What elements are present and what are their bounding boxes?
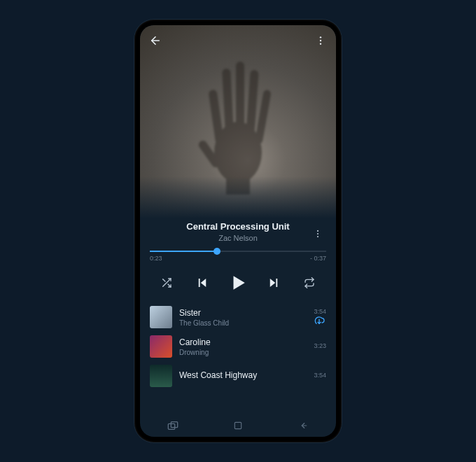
remaining-time: - 0:37 [310,255,326,262]
svg-point-3 [320,43,321,44]
svg-rect-22 [276,279,277,287]
repeat-button[interactable] [298,272,321,294]
album-art-image [186,41,290,195]
queue-item-duration: 3:54 [314,372,326,379]
nav-back-button[interactable] [292,414,314,437]
next-button[interactable] [262,272,285,294]
svg-rect-6 [208,90,224,145]
queue-item-text: West Coast Highway [179,370,307,382]
shuffle-button[interactable] [155,272,178,294]
progress-bar[interactable]: 0:23 - 0:37 [150,251,326,262]
queue-item-title: West Coast Highway [179,370,307,380]
svg-point-12 [317,230,318,232]
svg-point-2 [320,40,321,41]
progress-thumb[interactable] [214,248,220,255]
queue-item-duration: 3:54 [314,308,326,315]
play-button[interactable] [227,272,249,294]
more-vertical-icon [315,35,326,46]
svg-marker-20 [234,276,245,290]
svg-rect-10 [254,90,271,145]
svg-line-17 [163,279,165,281]
queue-item-right: 3:54 [314,308,326,326]
queue-item[interactable]: Sister The Glass Child 3:54 [140,302,336,332]
header-more-button[interactable] [309,29,332,52]
svg-point-1 [320,36,321,38]
skip-forward-icon [267,276,280,289]
queue-item-title: Caroline [179,337,307,347]
svg-marker-18 [201,279,206,287]
recents-icon [167,421,178,430]
queue-item-artist: Drowning [179,349,307,356]
track-title: Central Processing Unit [150,221,326,232]
queue-list: Sister The Glass Child 3:54 Caroline Dro… [140,302,336,416]
nav-home-button[interactable] [227,414,249,437]
arrow-left-icon [149,34,162,47]
svg-point-13 [317,233,318,234]
system-nav-bar [140,416,336,437]
back-button[interactable] [144,29,167,52]
shuffle-icon [161,277,172,288]
album-art [140,25,336,218]
queue-item-text: Sister The Glass Child [179,308,307,327]
cloud-download-icon[interactable] [314,316,325,326]
progress-fill [150,251,217,252]
app-screen: Central Processing Unit Zac Nelson 0:23 … [140,25,336,437]
now-playing-panel: Central Processing Unit Zac Nelson 0:23 … [140,218,336,262]
play-icon [229,274,247,292]
queue-item-duration: 3:23 [314,342,326,349]
track-more-button[interactable] [307,223,329,245]
queue-thumbnail [150,335,172,358]
track-artist: Zac Nelson [150,234,326,242]
transport-controls [140,262,336,302]
svg-marker-21 [270,279,276,287]
elapsed-time: 0:23 [150,255,162,262]
progress-times: 0:23 - 0:37 [150,255,326,262]
svg-rect-8 [236,62,244,146]
nav-back-icon [298,421,309,430]
nav-recents-button[interactable] [162,414,184,437]
previous-button[interactable] [191,272,214,294]
queue-item-text: Caroline Drowning [179,337,307,356]
skip-back-icon [196,276,209,289]
queue-thumbnail [150,306,172,328]
queue-item-artist: The Glass Child [179,319,307,327]
np-titles: Central Processing Unit Zac Nelson [150,221,326,242]
queue-item-title: Sister [179,308,307,318]
art-fade [140,176,336,218]
svg-rect-19 [199,279,200,287]
queue-thumbnail [150,365,172,387]
queue-item-right: 3:23 [314,342,326,351]
queue-item-right: 3:54 [314,372,326,380]
svg-point-14 [317,236,318,237]
more-vertical-icon [313,229,323,239]
svg-rect-26 [234,422,241,428]
queue-item[interactable]: West Coast Highway 3:54 [140,361,336,391]
device-frame: Central Processing Unit Zac Nelson 0:23 … [134,20,342,442]
repeat-icon [304,277,315,288]
queue-item[interactable]: Caroline Drowning 3:23 [140,332,336,361]
square-icon [233,421,243,430]
progress-track [150,251,326,252]
